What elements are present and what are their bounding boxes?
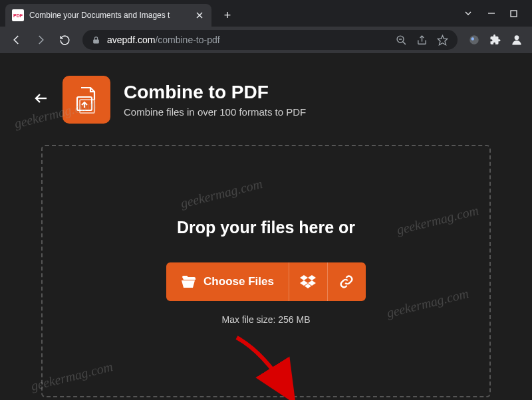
chevron-down-icon[interactable] <box>464 9 473 18</box>
browser-titlebar: PDF Combine your Documents and Images t … <box>0 0 532 27</box>
file-dropzone[interactable]: Drop your files here or Choose Files <box>41 145 491 397</box>
annotation-arrow <box>230 332 310 400</box>
link-icon <box>339 274 354 289</box>
zoom-icon[interactable] <box>396 35 407 46</box>
page-back-button[interactable] <box>33 90 49 109</box>
tab-favicon: PDF <box>12 9 24 21</box>
url-upload-button[interactable] <box>327 262 366 301</box>
maximize-icon[interactable] <box>510 10 517 17</box>
page-subtitle: Combine files in over 100 formats to PDF <box>124 106 306 118</box>
svg-point-11 <box>515 35 519 40</box>
reload-button[interactable] <box>55 30 74 50</box>
combine-pdf-icon <box>63 76 110 124</box>
page-title: Combine to PDF <box>124 82 306 103</box>
profile-avatar-icon[interactable] <box>508 31 525 49</box>
share-icon[interactable] <box>416 35 428 46</box>
dropzone-label: Drop your files here or <box>177 218 355 237</box>
svg-rect-3 <box>511 11 517 17</box>
extension-icon[interactable] <box>466 31 483 49</box>
browser-toolbar: avepdf.com/combine-to-pdf <box>0 27 532 53</box>
minimize-icon[interactable] <box>487 9 495 17</box>
choose-files-button[interactable]: Choose Files <box>166 262 289 301</box>
address-bar[interactable]: avepdf.com/combine-to-pdf <box>82 30 458 50</box>
svg-marker-15 <box>300 275 308 280</box>
tab-title: Combine your Documents and Images t <box>29 11 189 20</box>
close-tab-icon[interactable] <box>194 10 205 21</box>
svg-marker-8 <box>438 35 447 45</box>
dropbox-upload-button[interactable] <box>289 262 327 301</box>
new-tab-button[interactable]: + <box>218 6 237 25</box>
page-header: Combine to PDF Combine files in over 100… <box>0 53 532 137</box>
window-controls <box>464 0 532 27</box>
browser-tab[interactable]: PDF Combine your Documents and Images t <box>5 4 211 27</box>
lock-icon <box>92 36 100 45</box>
max-file-size-label: Max file size: 256 MB <box>221 314 310 325</box>
svg-point-10 <box>471 37 475 41</box>
forward-button[interactable] <box>31 30 51 50</box>
page-content: Combine to PDF Combine files in over 100… <box>0 53 532 400</box>
folder-open-icon <box>181 274 197 289</box>
url-text: avepdf.com/combine-to-pdf <box>107 35 220 45</box>
choose-files-label: Choose Files <box>203 275 274 288</box>
svg-point-9 <box>469 35 479 45</box>
bookmark-star-icon[interactable] <box>437 35 448 46</box>
page-headings: Combine to PDF Combine files in over 100… <box>124 82 306 118</box>
upload-button-group: Choose Files <box>166 262 366 301</box>
svg-line-5 <box>403 41 406 44</box>
dropbox-icon <box>300 274 316 289</box>
svg-marker-16 <box>308 275 316 280</box>
extensions-puzzle-icon[interactable] <box>487 31 504 49</box>
back-button[interactable] <box>7 30 27 50</box>
